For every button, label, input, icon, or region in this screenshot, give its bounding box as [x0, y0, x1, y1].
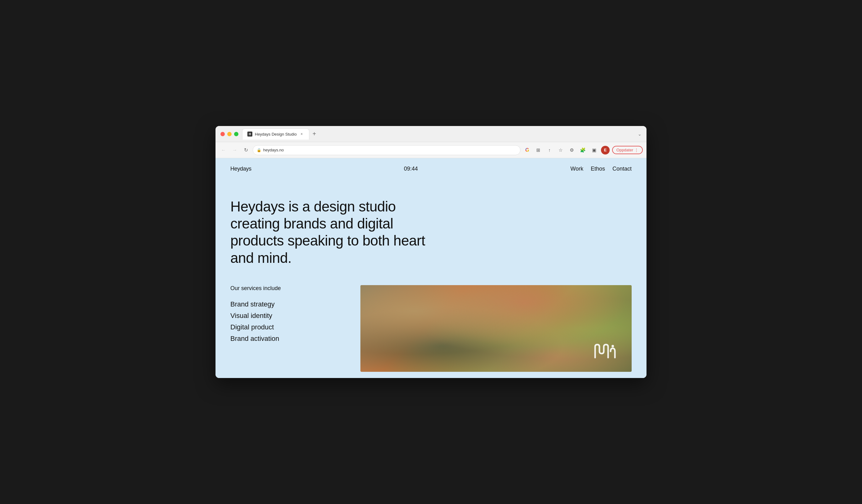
- address-input[interactable]: 🔒 heydays.no: [253, 145, 521, 155]
- services-label: Our services include: [230, 285, 348, 292]
- share-glyph: ↑: [548, 147, 551, 152]
- titlebar: H Heydays Design Studio × + ⌄: [216, 126, 646, 142]
- update-label: Oppdater: [616, 148, 633, 152]
- extension-icon[interactable]: ⚙: [567, 146, 576, 155]
- browser-tab[interactable]: H Heydays Design Studio ×: [242, 129, 309, 140]
- puzzle-glyph: 🧩: [580, 147, 586, 153]
- translate-icon[interactable]: ⊞: [534, 146, 543, 155]
- svg-point-0: [612, 345, 614, 347]
- site-main: Our services include Brand strategy Visu…: [216, 279, 646, 378]
- service-item-brand-activation[interactable]: Brand activation: [230, 333, 348, 344]
- translate-glyph: ⊞: [536, 147, 540, 153]
- tab-favicon: H: [247, 132, 252, 136]
- profile-avatar[interactable]: E: [601, 146, 610, 155]
- browser-toolbar: G ⊞ ↑ ☆ ⚙ 🧩 ▣ E Oppdater ⋮: [523, 146, 643, 155]
- update-button[interactable]: Oppdater ⋮: [612, 146, 643, 154]
- services-section: Our services include Brand strategy Visu…: [230, 285, 348, 344]
- site-nav: Work Ethos Contact: [570, 165, 632, 172]
- tab-title: Heydays Design Studio: [255, 132, 297, 136]
- share-icon[interactable]: ↑: [545, 146, 554, 155]
- traffic-lights: [220, 132, 238, 136]
- puzzle-icon[interactable]: 🧩: [579, 146, 587, 155]
- browser-window: H Heydays Design Studio × + ⌄ ← → ↻ 🔒 he…: [216, 126, 646, 378]
- reload-icon: ↻: [244, 147, 248, 153]
- nav-work[interactable]: Work: [570, 165, 583, 172]
- site-time: 09:44: [404, 165, 418, 172]
- maximize-button[interactable]: [234, 132, 238, 136]
- minimize-button[interactable]: [227, 132, 232, 136]
- featured-image: [361, 285, 632, 372]
- sidebar-icon[interactable]: ▣: [590, 146, 599, 155]
- url-text: heydays.no: [263, 148, 284, 152]
- tab-close-button[interactable]: ×: [299, 132, 304, 136]
- close-button[interactable]: [220, 132, 225, 136]
- update-more-icon: ⋮: [635, 148, 638, 152]
- titlebar-right: ⌄: [638, 132, 642, 136]
- back-button[interactable]: ←: [219, 146, 228, 155]
- service-item-visual-identity[interactable]: Visual identity: [230, 310, 348, 321]
- gradient-artwork: [361, 285, 632, 372]
- bookmark-glyph: ☆: [559, 147, 563, 153]
- google-icon[interactable]: G: [523, 146, 532, 155]
- site-logo[interactable]: Heydays: [230, 165, 251, 172]
- lock-icon: 🔒: [257, 148, 261, 152]
- website-content: Heydays 09:44 Work Ethos Contact Heydays…: [216, 158, 646, 378]
- back-icon: ←: [221, 147, 226, 153]
- site-header: Heydays 09:44 Work Ethos Contact: [216, 158, 646, 180]
- bookmark-icon[interactable]: ☆: [557, 146, 565, 155]
- nav-ethos[interactable]: Ethos: [591, 165, 605, 172]
- hero-section: Heydays is a design studio creating bran…: [216, 180, 646, 279]
- google-g-icon: G: [525, 147, 529, 153]
- hero-headline: Heydays is a design studio creating bran…: [230, 198, 447, 267]
- addressbar: ← → ↻ 🔒 heydays.no G ⊞ ↑ ☆ ⚙: [216, 142, 646, 158]
- service-item-digital-product[interactable]: Digital product: [230, 322, 348, 332]
- artwork-logo-mark: [592, 342, 617, 364]
- new-tab-button[interactable]: +: [309, 129, 319, 139]
- sidebar-glyph: ▣: [592, 147, 596, 153]
- extension-glyph: ⚙: [570, 147, 574, 153]
- services-list: Brand strategy Visual identity Digital p…: [230, 299, 348, 344]
- nav-contact[interactable]: Contact: [612, 165, 632, 172]
- window-controls-icon: ⌄: [638, 132, 642, 136]
- tab-bar: H Heydays Design Studio × +: [242, 129, 638, 140]
- reload-button[interactable]: ↻: [241, 146, 250, 155]
- forward-icon: →: [232, 147, 237, 153]
- forward-button[interactable]: →: [230, 146, 239, 155]
- service-item-brand-strategy[interactable]: Brand strategy: [230, 299, 348, 309]
